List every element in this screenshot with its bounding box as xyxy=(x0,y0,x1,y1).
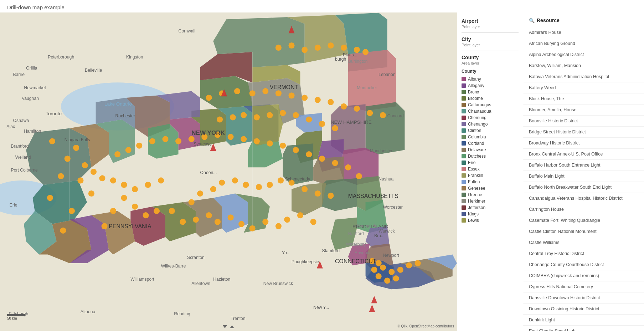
svg-text:Belleville: Belleville xyxy=(85,68,102,73)
svg-point-135 xyxy=(332,125,338,131)
county-item[interactable]: Chautauqua xyxy=(462,108,519,114)
county-name: Clinton xyxy=(468,128,481,133)
svg-point-105 xyxy=(91,169,97,175)
svg-text:Burlington: Burlington xyxy=(348,59,368,64)
resource-list-item[interactable]: Broadway Historic District xyxy=(523,138,644,149)
svg-point-145 xyxy=(328,99,334,105)
scroll-down-arrow[interactable] xyxy=(223,325,227,328)
county-color-swatch xyxy=(462,161,466,165)
resource-list-item[interactable]: Central Troy Historic District xyxy=(523,248,644,259)
county-name: Dutchess xyxy=(468,154,486,159)
svg-text:MASSACHUSETTS: MASSACHUSETTS xyxy=(348,193,398,199)
svg-point-153 xyxy=(406,262,412,268)
resource-list-item[interactable]: Castle Clinton National Monument xyxy=(523,226,644,237)
legend-divider-2 xyxy=(462,51,519,51)
resource-list-item[interactable]: Carrington House xyxy=(523,204,644,215)
svg-point-62 xyxy=(77,177,83,183)
county-color-swatch xyxy=(462,128,466,133)
svg-text:Welland: Welland xyxy=(15,155,31,160)
svg-point-168 xyxy=(362,49,369,55)
svg-text:Allentown: Allentown xyxy=(191,281,210,286)
resource-list-item[interactable]: Casemate Fort, Whiting Quadrangle xyxy=(523,215,644,226)
county-item[interactable]: Lewis xyxy=(462,217,519,224)
resource-list-item[interactable]: Bridge Street Historic District xyxy=(523,127,644,138)
svg-point-150 xyxy=(380,265,386,271)
legend-airport-title: Airport xyxy=(462,18,519,24)
county-item[interactable]: Jefferson xyxy=(462,204,519,211)
county-item[interactable]: Delaware xyxy=(462,147,519,153)
resource-panel[interactable]: 🔍 Resource Admiral's HouseAfrican Buryin… xyxy=(523,12,644,331)
resource-list-item[interactable]: Alpina Archeological District xyxy=(523,49,644,60)
svg-point-89 xyxy=(219,179,225,185)
svg-point-85 xyxy=(310,219,316,225)
svg-point-83 xyxy=(284,217,290,223)
county-item[interactable]: Chemung xyxy=(462,114,519,121)
scroll-up-arrow[interactable] xyxy=(230,325,234,328)
county-item[interactable]: Allegany xyxy=(462,82,519,89)
resource-list: Admiral's HouseAfrican Burying GroundAlp… xyxy=(523,27,644,331)
county-item[interactable]: Kings xyxy=(462,211,519,217)
svg-point-163 xyxy=(302,47,308,53)
county-item[interactable]: Bronx xyxy=(462,89,519,95)
resource-list-item[interactable]: Block House, The xyxy=(523,93,644,105)
svg-point-88 xyxy=(210,186,216,192)
legend-airport-subtitle: Point layer xyxy=(462,25,519,29)
resource-list-item[interactable]: Barstow, William, Mansion xyxy=(523,60,644,71)
svg-point-119 xyxy=(280,143,286,149)
county-item[interactable]: Fulton xyxy=(462,179,519,185)
resource-list-item[interactable]: Boonville Historic District xyxy=(523,116,644,127)
resource-list-item[interactable]: Battery Weed xyxy=(523,82,644,93)
svg-text:Altoona: Altoona xyxy=(81,309,96,314)
county-name: Essex xyxy=(468,167,480,172)
resource-list-item[interactable]: COIMBRA (shipwreck and remains) xyxy=(523,270,644,281)
svg-point-130 xyxy=(267,112,273,118)
resource-list-item[interactable]: Downtown Ossining Historic District xyxy=(523,304,644,315)
county-item[interactable]: Columbia xyxy=(462,134,519,140)
map-container[interactable]: VERMONT NEW HAMPSHIRE MASSACHUSETTS RHOD… xyxy=(0,12,457,331)
resource-list-item[interactable]: East Charity Shoal Light xyxy=(523,326,644,331)
resource-list-item[interactable]: Canandaigua Veterans Hospital Historic D… xyxy=(523,193,644,204)
resource-list-item[interactable]: Dunkirk Light xyxy=(523,315,644,326)
resource-list-item[interactable]: Admiral's House xyxy=(523,27,644,38)
svg-text:Peterborough: Peterborough xyxy=(48,55,74,60)
county-color-swatch xyxy=(462,141,466,146)
svg-text:New Y...: New Y... xyxy=(313,305,329,310)
resource-list-item[interactable]: Dansville Downtown Historic District xyxy=(523,292,644,304)
county-item[interactable]: Chenango xyxy=(462,121,519,127)
svg-point-140 xyxy=(262,88,268,94)
svg-text:Yo...: Yo... xyxy=(282,250,290,255)
county-item[interactable]: Broome xyxy=(462,95,519,102)
resource-list-item[interactable]: Buffalo North Breakwater South End Light xyxy=(523,182,644,193)
county-item[interactable]: Dutchess xyxy=(462,153,519,159)
resource-list-item[interactable]: Bloomer, Amelia, House xyxy=(523,105,644,116)
resource-list-item[interactable]: Castle Williams xyxy=(523,237,644,248)
resource-list-item[interactable]: Buffalo Main Light xyxy=(523,171,644,182)
county-item[interactable]: Albany xyxy=(462,76,519,82)
county-item[interactable]: Erie xyxy=(462,159,519,166)
svg-text:Reading: Reading xyxy=(174,311,190,316)
resource-list-item[interactable]: Chenango County Courthouse District xyxy=(523,259,644,270)
county-item[interactable]: Greene xyxy=(462,192,519,198)
resource-list-item[interactable]: Buffalo Harbor South Entrance Light xyxy=(523,160,644,171)
svg-point-123 xyxy=(332,160,338,166)
svg-marker-35 xyxy=(366,102,405,154)
svg-point-103 xyxy=(110,177,116,183)
legend-county-title: County xyxy=(462,55,519,60)
county-item[interactable]: Clinton xyxy=(462,127,519,134)
county-item[interactable]: Essex xyxy=(462,166,519,172)
resource-list-item[interactable]: Cypress Hills National Cemetery xyxy=(523,281,644,292)
svg-text:Worcester: Worcester xyxy=(383,205,402,210)
resource-list-item[interactable]: Batavia Veterans Administration Hospital xyxy=(523,71,644,82)
county-item[interactable]: Cattaraugus xyxy=(462,102,519,108)
county-item[interactable]: Franklin xyxy=(462,172,519,179)
svg-text:Stamford: Stamford xyxy=(322,248,340,253)
svg-text:Rochester: Rochester xyxy=(115,113,135,118)
resource-header-label: Resource xyxy=(537,17,560,23)
county-item[interactable]: Cortland xyxy=(462,140,519,147)
svg-point-131 xyxy=(280,110,286,116)
county-item[interactable]: Genesee xyxy=(462,185,519,192)
svg-point-78 xyxy=(228,214,234,220)
resource-list-item[interactable]: African Burying Ground xyxy=(523,38,644,49)
resource-list-item[interactable]: Bronx Central Annex-U.S. Post Office xyxy=(523,149,644,160)
county-item[interactable]: Herkimer xyxy=(462,198,519,204)
